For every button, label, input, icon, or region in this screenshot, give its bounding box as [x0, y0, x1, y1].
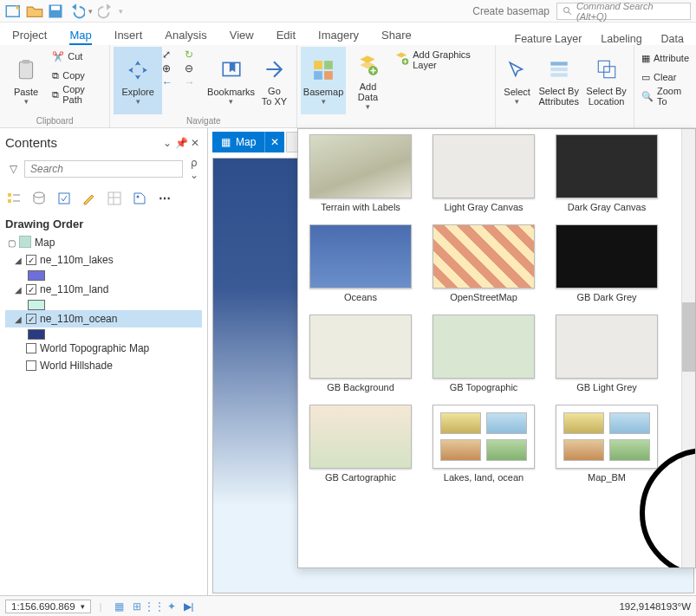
copy-button[interactable]: ⧉Copy	[49, 66, 106, 85]
ribbon: Paste ▾ ✂️Cut ⧉Copy ⧉Copy Path Clipboard…	[0, 45, 696, 128]
full-extent-icon[interactable]: ⤢	[162, 49, 185, 61]
ctx-labeling[interactable]: Labeling	[601, 33, 641, 45]
undo-icon[interactable]	[68, 4, 85, 18]
paste-button[interactable]: Paste ▾	[3, 47, 49, 114]
filter-icon[interactable]: ▽	[5, 163, 21, 175]
status-snapping-icon[interactable]: ⊞	[128, 599, 146, 614]
zoom-to-button[interactable]: 🔍Zoom To	[638, 87, 693, 106]
command-search[interactable]: Command Search (Alt+Q)	[556, 3, 691, 20]
open-project-icon[interactable]	[26, 4, 43, 18]
list-by-source-icon[interactable]	[30, 190, 48, 207]
map-view[interactable]: ▦ Map ✕ Terrain with LabelsLight Gray Ca…	[208, 128, 696, 595]
basemap-item[interactable]: OpenStreetMap	[428, 224, 539, 302]
basemap-item[interactable]: Oceans	[305, 224, 416, 302]
cut-button[interactable]: ✂️Cut	[49, 47, 106, 66]
ctx-data[interactable]: Data	[661, 33, 684, 45]
save-project-icon[interactable]	[47, 4, 64, 18]
collapse-icon[interactable]: ▢	[7, 238, 16, 248]
prev-extent-icon[interactable]: ←	[162, 76, 185, 88]
collapse-icon[interactable]: ◢	[14, 256, 23, 265]
visibility-checkbox[interactable]	[26, 360, 36, 371]
basemap-item[interactable]: Dark Gray Canvas	[551, 134, 662, 212]
gallery-scrollbar[interactable]	[681, 129, 695, 567]
status-corrections-icon[interactable]: ✦	[163, 599, 180, 614]
tab-imagery[interactable]: Imagery	[318, 29, 359, 45]
status-grid-icon[interactable]: ▦	[111, 599, 128, 614]
add-data-button[interactable]: Add Data ▾	[346, 47, 390, 114]
list-by-edit-icon[interactable]	[81, 190, 98, 207]
clear-icon: ▭	[641, 72, 650, 83]
list-by-selection-icon[interactable]	[55, 190, 73, 207]
add-graphics-layer-button[interactable]: Add Graphics Layer	[390, 50, 491, 69]
search-options-icon[interactable]: ⍴ ⌄	[186, 157, 202, 181]
visibility-checkbox[interactable]	[26, 314, 36, 324]
search-input[interactable]	[24, 160, 183, 178]
select-by-attributes-button[interactable]: Select By Attributes	[535, 47, 582, 114]
basemap-item[interactable]: Map_BM	[551, 405, 662, 483]
basemap-item[interactable]: Lakes, land, ocean	[428, 405, 539, 483]
redo-icon[interactable]	[98, 4, 115, 18]
tab-map[interactable]: Map	[69, 29, 91, 45]
select-button[interactable]: Select ▾	[499, 47, 535, 114]
basemap-item[interactable]: GB Cartographic	[305, 405, 416, 483]
next-extent-icon[interactable]: →	[185, 76, 207, 88]
quick-access-toolbar: ▾ ▾ Create basemap Command Search (Alt+Q…	[0, 0, 696, 23]
visibility-checkbox[interactable]	[26, 343, 36, 353]
basemap-thumb	[433, 314, 535, 379]
ctx-feature-layer[interactable]: Feature Layer	[515, 33, 582, 45]
redo-more-icon[interactable]: ▾	[119, 7, 123, 16]
svg-rect-13	[550, 62, 568, 65]
layer-row[interactable]: ◢ne_110m_land	[5, 281, 202, 298]
list-by-draw-icon[interactable]	[5, 190, 23, 207]
tab-share[interactable]: Share	[381, 29, 412, 45]
layer-row[interactable]: World Topographic Map	[5, 340, 202, 357]
zoom-sel-icon: 🔍	[641, 91, 654, 102]
close-map-tab[interactable]: ✕	[264, 132, 284, 152]
tab-insert[interactable]: Insert	[114, 29, 143, 45]
scale-selector[interactable]: 1:156.690.869▾	[5, 600, 91, 613]
goto-xy-button[interactable]: Go To XY	[256, 47, 294, 114]
basemap-item[interactable]: GB Topographic	[428, 314, 539, 392]
tab-analysis[interactable]: Analysis	[165, 29, 206, 45]
fixed-zoom-in-icon[interactable]: ⊕	[162, 62, 185, 75]
close-pane-icon[interactable]: ✕	[188, 137, 202, 149]
collapse-icon[interactable]: ◢	[14, 285, 23, 295]
new-project-icon[interactable]	[5, 4, 23, 18]
collapse-icon[interactable]: ◢	[14, 314, 23, 324]
basemap-item[interactable]: GB Light Grey	[551, 314, 662, 392]
basemap-item[interactable]: Light Gray Canvas	[428, 134, 539, 212]
visibility-checkbox[interactable]	[26, 284, 36, 295]
basemap-item[interactable]: GB Background	[305, 314, 416, 392]
layer-row[interactable]: ◢ne_110m_lakes	[5, 251, 202, 269]
refresh-icon[interactable]: ↻	[185, 49, 207, 61]
basemap-button[interactable]: Basemap ▾	[301, 47, 345, 114]
pin-icon[interactable]: 📌	[174, 137, 188, 149]
copy-path-button[interactable]: ⧉Copy Path	[49, 85, 106, 104]
more-views-icon[interactable]: ⋯	[156, 190, 173, 207]
tab-edit[interactable]: Edit	[276, 29, 296, 45]
select-by-location-button[interactable]: Select By Location	[582, 47, 630, 114]
scissors-icon: ✂️	[52, 51, 64, 62]
status-constraints-icon[interactable]: ⋮⋮	[146, 599, 163, 614]
list-by-label-icon[interactable]	[131, 190, 148, 207]
tab-project[interactable]: Project	[12, 29, 47, 45]
layer-row[interactable]: ◢ne_110m_ocean	[5, 310, 202, 327]
basemap-item[interactable]: GB Dark Grey	[551, 224, 662, 302]
list-by-snap-icon[interactable]	[106, 190, 123, 207]
explore-button[interactable]: Explore ▾	[114, 47, 162, 114]
layer-row[interactable]: World Hillshade	[5, 357, 202, 374]
undo-more-icon[interactable]: ▾	[88, 7, 93, 16]
status-pause-icon[interactable]: ▶|	[180, 599, 198, 614]
map-node[interactable]: ▢ Map	[5, 234, 202, 251]
map-tab[interactable]: ▦ Map	[212, 132, 264, 152]
bookmarks-button[interactable]: Bookmarks ▾	[207, 47, 256, 114]
basemap-item[interactable]: Terrain with Labels	[305, 134, 416, 212]
create-basemap-link[interactable]: Create basemap	[472, 5, 550, 17]
pane-menu-icon[interactable]: ⌄	[160, 137, 174, 149]
visibility-checkbox[interactable]	[26, 255, 36, 265]
fixed-zoom-out-icon[interactable]: ⊖	[185, 62, 207, 75]
tab-view[interactable]: View	[230, 29, 254, 45]
clear-selection-button[interactable]: ▭Clear	[638, 68, 693, 87]
attributes-button[interactable]: ▦Attribute	[638, 49, 693, 68]
layer-name: World Hillshade	[40, 360, 113, 372]
